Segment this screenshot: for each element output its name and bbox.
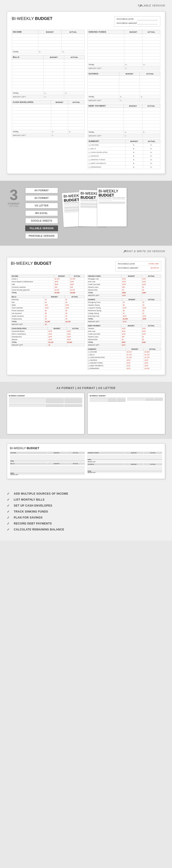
table-row: [12, 47, 84, 50]
table-row: (-) DEBT PAYMENTS$ -$ -: [88, 162, 160, 165]
features-section: ✓ ADD MULTIPLE SOURCES OF INCOME ✓ LIST …: [0, 487, 172, 540]
format-excel-btn[interactable]: MS EXCEL: [25, 210, 58, 216]
print-debt-hdr: DEBT PAYMENT: [88, 324, 121, 327]
table-row: (-) DEBT PAYMENTS$155$155: [88, 365, 161, 367]
bills-header: BILLS: [12, 55, 43, 59]
table-row: [12, 75, 84, 79]
print-income-actual-col: ACTUAL: [69, 275, 85, 278]
sinking-actual-col: ACTUAL: [142, 30, 160, 34]
paycheck-area: PAYCHECK DATE PAYCHECK AMOUNT: [114, 16, 160, 27]
table-row: Vacation Saving$0$0: [88, 304, 161, 307]
paycheck-amount-label: PAYCHECK AMOUNT: [117, 22, 137, 24]
table-row: [88, 89, 160, 92]
preview-stack: BI-WEEKLY BUDGET: [63, 188, 165, 234]
feature-text-4: TRACK SINKING FUNDS: [14, 510, 48, 513]
print-amount-val: $3,000.00: [150, 267, 159, 269]
table-row: (-) SAVINGS$155$155: [88, 359, 161, 362]
table-row: Credit Card Debt$155$155: [88, 283, 161, 286]
table-row: [12, 62, 84, 66]
debt-header: DEBT PAYMENT: [88, 104, 124, 108]
table-row: Retirement Saving$0$0: [88, 309, 161, 312]
print-savings-table: SAVINGS BUDGET ACTUAL Emergency Fund$1$1…: [87, 298, 161, 323]
table-row: Medical Debt$0$0: [88, 289, 161, 291]
print-paycheck-amount-row: PAYCHECK AMOUNT $3,000.00: [118, 267, 159, 270]
print-income-budget-col: BUDGET: [54, 275, 69, 278]
mini-preview-2: BI-WEEKLY BUDGET: [88, 393, 165, 434]
main-two-col: INCOME BUDGET ACTUAL TOTAL $ -: [12, 30, 160, 169]
format-gsheets-btn[interactable]: GOOGLE SHEETS: [25, 218, 58, 224]
table-row: [12, 34, 84, 37]
table-row: Life insurance$0$0: [11, 312, 85, 315]
table-row: Entertainment$155$155: [11, 336, 85, 338]
savings-amount-left-row: AMOUNT LEFT $ -: [88, 99, 160, 102]
amount-left-label: AMOUNT LEFT: [12, 95, 43, 99]
sinking-total-row: TOTAL $ - $ -: [88, 63, 160, 67]
total-label: TOTAL: [88, 130, 124, 134]
total-row: TOTAL$3,656$3,848: [11, 291, 85, 294]
table-row: [12, 79, 84, 82]
summary-actual-col: ACTUAL: [143, 140, 160, 143]
format-a4-btn[interactable]: A4 FORMAT: [25, 188, 58, 193]
check-icon-1: ✓: [7, 492, 11, 496]
table-row: (-) CASH ENVELOPES$1,155$1,155: [88, 356, 161, 359]
check-icon-2: ✓: [7, 498, 11, 501]
table-row: [12, 85, 84, 88]
savings-actual-col: ACTUAL: [140, 72, 160, 76]
sinking-header: SINKING FUNDS: [88, 30, 124, 34]
feature-item-5: ✓ PLAN FOR SAVINGS: [7, 516, 165, 520]
table-row: Mortgage Loan$155$155: [88, 278, 161, 280]
table-row: Career 1$1,500$1,500: [11, 278, 85, 280]
feature-text-7: CALCULATE REMAINING BALANCE: [14, 528, 64, 531]
table-row: Property taxes$0$0: [11, 317, 85, 320]
debt-actual-col: ACTUAL: [142, 104, 160, 108]
check-icon-4: ✓: [7, 510, 11, 514]
table-row: [12, 124, 84, 127]
amount-left-label: AMOUNT LEFT: [88, 67, 124, 70]
table-row: (-) CASH ENVELOPES$ -$ -: [88, 151, 160, 154]
print-paycheck-area: PAYCHECK DATE 15 Mar 2026 PAYCHECK AMOUN…: [115, 261, 161, 272]
feature-item-4: ✓ TRACK SINKING FUNDS: [7, 510, 165, 514]
summary-header: SUMMARY: [88, 140, 126, 143]
table-row: [12, 40, 84, 43]
table-row: (-) BILLS$ -$ -: [88, 147, 160, 151]
check-icon-7: ✓: [7, 528, 11, 531]
feature-item-1: ✓ ADD MULTIPLE SOURCES OF INCOME: [7, 492, 165, 496]
feature-text-1: ADD MULTIPLE SOURCES OF INCOME: [14, 492, 68, 495]
table-row: [12, 59, 84, 62]
table-row: [88, 114, 160, 118]
format-fillable-btn[interactable]: FILLABLE VERSION: [25, 225, 58, 231]
table-row: [88, 50, 160, 53]
table-row: [88, 53, 160, 57]
table-row: Medical$155$155: [11, 338, 85, 341]
feature-text-3: SET UP CASH ENVELOPES: [14, 504, 52, 507]
table-row: [88, 82, 160, 86]
amount-left-row: AMOUNT LEFT$100: [88, 320, 161, 323]
table-row: Social Security payments$1135$1135: [11, 289, 85, 291]
option-word: OPTION: [9, 205, 19, 207]
print-left-col: INCOME BUDGET ACTUAL Career 1$1,500$1,50…: [11, 275, 85, 371]
feature-text-6: RECORD DEBT PAYMENTS: [14, 522, 52, 525]
feature-item-6: ✓ RECORD DEBT PAYMENTS: [7, 522, 165, 525]
feature-text-5: PLAN FOR SAVINGS: [14, 516, 43, 519]
format-badge: 3 FORMAT OPTION: [7, 188, 21, 239]
format-us-btn[interactable]: US LETTER: [25, 203, 58, 209]
debt-payment-table: DEBT PAYMENT BUDGET ACTUAL: [88, 104, 160, 138]
bills-amount-left-row: AMOUNT LEFT $ -: [12, 95, 84, 99]
feature-text-2: LIST MONTHLY BILLS: [14, 498, 44, 501]
total-label: TOTAL: [12, 130, 51, 134]
table-row: [88, 60, 160, 63]
table-row: [88, 34, 160, 37]
cash-envelopes-table: CASH ENVELOPES BUDGET ACTUAL: [12, 100, 84, 137]
format-printable-btn[interactable]: PRINTABLE VERSION: [25, 233, 58, 239]
table-row: Auto Loan$155$155: [88, 280, 161, 283]
print-grid: INCOME BUDGET ACTUAL Career 1$1,500$1,50…: [11, 275, 161, 371]
table-row: (-) SINKING FUNDS$ -$ -: [88, 158, 160, 162]
paycheck-amount-row: PAYCHECK AMOUNT: [117, 22, 158, 25]
table-row: [12, 107, 84, 111]
bills-actual-col: ACTUAL: [64, 55, 84, 59]
bottom-section: BI-WEEKLY BUDGET INCOME BUDGET ACTUAL TO…: [0, 439, 172, 487]
income-actual-col: ACTUAL: [62, 30, 84, 34]
table-row: (-) SINKING FUNDS$155$155: [88, 362, 161, 365]
format-a5-btn[interactable]: A5 FORMAT: [25, 195, 58, 201]
print-label: PRINT & WRITE ON VERSION: [124, 250, 165, 253]
